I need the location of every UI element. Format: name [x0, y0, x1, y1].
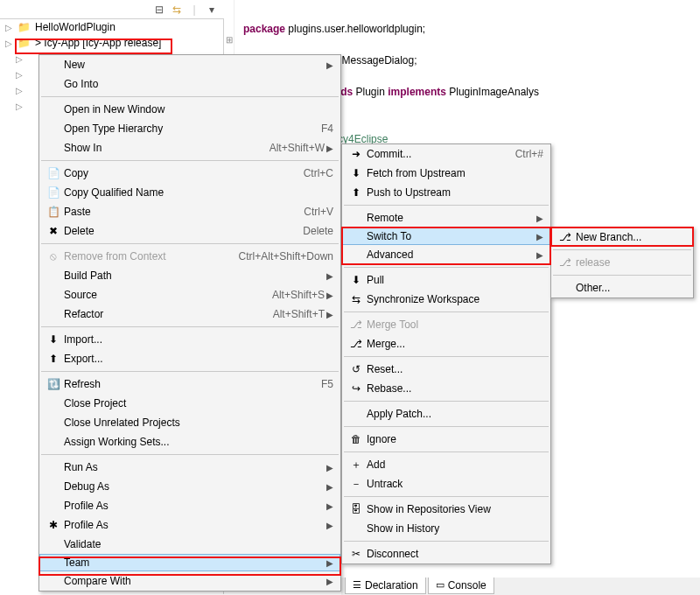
team-menu-item-merge[interactable]: ⎇Merge... [342, 334, 550, 354]
menu-item-accelerator: Ctrl+Alt+Shift+Down [218, 250, 333, 262]
tree-item-helloworldplugin[interactable]: ▷ 📁 HelloWorldPlugin [0, 19, 223, 35]
menu-item-label: Compare With [62, 575, 325, 587]
collapse-all-icon[interactable]: ⊟ [152, 3, 166, 17]
team-menu-item-synchronize-workspace[interactable]: ⇆Synchronize Workspace [342, 290, 550, 309]
project-menu-item-build-path[interactable]: Build Path▶ [39, 266, 340, 285]
submenu-arrow-icon: ▶ [325, 463, 333, 472]
sync-icon: ⇆ [347, 293, 365, 305]
menu-separator [344, 205, 549, 206]
project-menu-item-show-in[interactable]: Show InAlt+Shift+W▶ [39, 138, 340, 158]
project-menu-item-assign-working-sets[interactable]: Assign Working Sets... [39, 432, 340, 452]
team-menu-item-remote[interactable]: Remote▶ [342, 208, 550, 228]
menu-item-label: Remote [365, 212, 535, 224]
menu-item-label: Close Unrelated Projects [62, 416, 333, 429]
team-menu-item-show-in-history[interactable]: Show in History [342, 519, 550, 538]
project-menu-item-refresh[interactable]: 🔃RefreshF5 [39, 374, 340, 394]
menu-item-label: Copy Qualified Name [62, 186, 333, 199]
project-menu-item-profile-as[interactable]: ✱Profile As▶ [39, 515, 340, 535]
project-menu-item-remove-from-context: ⦸Remove from ContextCtrl+Alt+Shift+Down [39, 247, 340, 266]
project-menu-item-validate[interactable]: Validate [39, 535, 340, 554]
team-menu-item-pull[interactable]: ⬇Pull [342, 270, 550, 290]
tab-label: Declaration [365, 579, 418, 592]
team-menu-item-switch-to[interactable]: Switch To▶ [342, 228, 550, 245]
pull-icon: ⬇ [347, 274, 365, 286]
submenu-arrow-icon: ▶ [325, 310, 333, 319]
project-menu-item-profile-as[interactable]: Profile As▶ [39, 496, 340, 515]
project-menu-item-delete[interactable]: ✖DeleteDelete [39, 221, 340, 241]
submenu-arrow-icon: ▶ [535, 214, 543, 223]
expander-icon[interactable]: ▷ [5, 23, 14, 32]
menu-item-label: Team [62, 556, 325, 569]
project-menu-item-close-project[interactable]: Close Project [39, 394, 340, 413]
team-menu-item-ignore[interactable]: 🗑Ignore [342, 430, 550, 449]
project-menu-item-open-in-new-window[interactable]: Open in New Window [39, 100, 340, 119]
refresh-icon: 🔃 [45, 378, 62, 390]
project-menu-item-close-unrelated-projects[interactable]: Close Unrelated Projects [39, 413, 340, 432]
menu-item-accelerator: Alt+Shift+T [252, 308, 325, 320]
team-menu-item-merge-tool: ⎇Merge Tool [342, 315, 550, 334]
menu-separator [344, 541, 549, 542]
menu-item-accelerator: Ctrl+# [494, 148, 543, 160]
switch-menu-item-release: ⎇release [551, 253, 693, 272]
team-menu-item-push-to-upstream[interactable]: ⬆Push to Upstream [342, 183, 550, 202]
switch-menu-item-new-branch[interactable]: ⎇New Branch... [551, 228, 693, 247]
menu-separator [344, 426, 549, 427]
tree-label: > Icy-App [Icy-App release] [35, 37, 161, 49]
menu-item-label: Rebase... [365, 382, 543, 395]
expander-icon[interactable]: ▷ [5, 38, 14, 48]
project-menu-item-refactor[interactable]: RefactorAlt+Shift+T▶ [39, 304, 340, 324]
project-menu-item-compare-with[interactable]: Compare With▶ [39, 571, 340, 591]
context-menu-project: New▶Go IntoOpen in New WindowOpen Type H… [38, 54, 341, 592]
submenu-arrow-icon: ▶ [325, 290, 333, 300]
submenu-arrow-icon: ▶ [325, 271, 333, 281]
menu-item-label: Open Type Hierarchy [62, 122, 300, 135]
menu-item-label: Synchronize Workspace [365, 293, 543, 305]
context-menu-switch-to: ⎇New Branch...⎇releaseOther... [550, 227, 694, 298]
team-menu-item-fetch-from-upstream[interactable]: ⬇Fetch from Upstream [342, 164, 550, 183]
view-menu-icon[interactable]: ▾ [205, 3, 219, 17]
team-menu-item-advanced[interactable]: Advanced▶ [342, 245, 550, 264]
menu-item-label: Paste [62, 206, 283, 218]
project-menu-item-copy[interactable]: 📄CopyCtrl+C [39, 164, 340, 183]
project-menu-item-open-type-hierarchy[interactable]: Open Type HierarchyF4 [39, 119, 340, 138]
team-menu-item-disconnect[interactable]: ✂Disconnect [342, 544, 550, 564]
menu-item-accelerator: F4 [300, 122, 333, 135]
menu-item-label: Source [62, 289, 251, 301]
project-menu-item-import[interactable]: ⬇Import... [39, 330, 340, 349]
tree-item-icy-app[interactable]: ▷ 📁 > Icy-App [Icy-App release] [0, 35, 223, 51]
team-menu-item-commit[interactable]: ➜Commit...Ctrl+# [342, 144, 550, 164]
submenu-arrow-icon: ▶ [325, 521, 333, 530]
project-menu-item-source[interactable]: SourceAlt+Shift+S▶ [39, 285, 340, 304]
team-menu-item-show-in-repositories-view[interactable]: 🗄Show in Repositories View [342, 500, 550, 519]
menu-item-label: Reset... [365, 363, 543, 375]
menu-item-label: release [574, 256, 686, 269]
menu-separator [41, 160, 339, 161]
push-icon: ⬆ [347, 186, 365, 199]
switch-menu-item-other[interactable]: Other... [551, 278, 693, 298]
fold-plus-icon[interactable]: ⊞ [226, 35, 234, 44]
tab-console[interactable]: ▭Console [428, 577, 494, 594]
merge-icon: ⎇ [347, 338, 365, 350]
team-menu-item-untrack[interactable]: －Untrack [342, 474, 550, 494]
menu-item-label: Untrack [365, 478, 543, 490]
project-menu-item-go-into[interactable]: Go Into [39, 74, 340, 94]
project-folder-icon: 📁 [18, 37, 32, 49]
team-menu-item-rebase[interactable]: ↪Rebase... [342, 379, 550, 398]
project-menu-item-new[interactable]: New▶ [39, 55, 340, 74]
project-menu-item-run-as[interactable]: Run As▶ [39, 458, 340, 477]
project-menu-item-export[interactable]: ⬆Export... [39, 349, 340, 368]
keyword: implements [388, 86, 446, 98]
team-menu-item-reset[interactable]: ↺Reset... [342, 360, 550, 379]
menu-item-label: Merge Tool [365, 318, 543, 331]
project-menu-item-copy-qualified-name[interactable]: 📄Copy Qualified Name [39, 183, 340, 202]
menu-item-label: Debug As [62, 480, 325, 493]
team-menu-item-add[interactable]: ＋Add [342, 455, 550, 474]
tab-declaration[interactable]: ☰Declaration [345, 577, 426, 594]
project-menu-item-paste[interactable]: 📋PasteCtrl+V [39, 202, 340, 221]
rebase-icon: ↪ [347, 382, 365, 395]
project-menu-item-debug-as[interactable]: Debug As▶ [39, 477, 340, 496]
menu-separator [41, 371, 339, 372]
team-menu-item-apply-patch[interactable]: Apply Patch... [342, 404, 550, 424]
project-menu-item-team[interactable]: Team▶ [39, 554, 340, 571]
link-editor-icon[interactable]: ⇆ [170, 3, 184, 17]
